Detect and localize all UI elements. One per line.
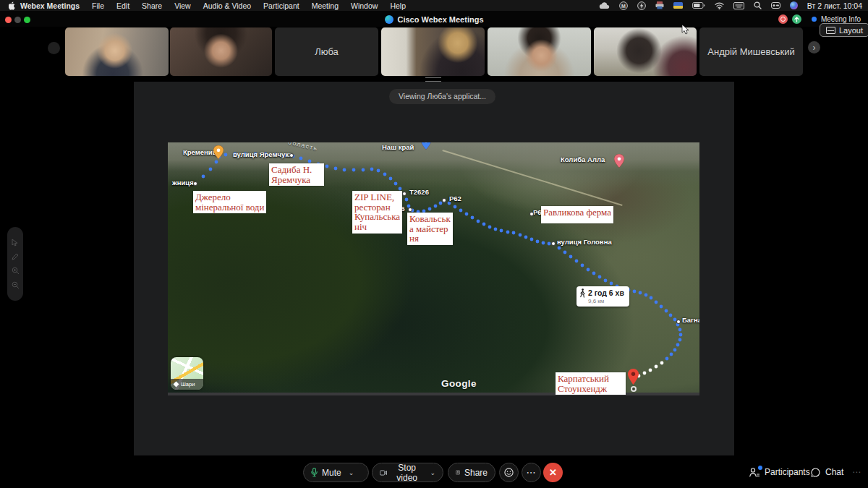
chat-button[interactable]: Chat bbox=[807, 466, 848, 478]
participant-name: Андрій Мишевський bbox=[707, 46, 794, 57]
camera-icon bbox=[380, 469, 387, 476]
map-place-label: Р6 bbox=[533, 208, 542, 216]
walking-eta-box: 2 год 6 хв 9,6 км bbox=[576, 286, 629, 307]
participant-name-tile[interactable]: Андрій Мишевський bbox=[699, 27, 803, 76]
map-annotation-label: КарпатськийСтоунхендж bbox=[556, 372, 626, 395]
filmstrip-next-button[interactable]: › bbox=[808, 41, 820, 53]
reactions-button[interactable] bbox=[499, 463, 519, 482]
microphone-icon bbox=[311, 468, 318, 477]
participant-video-tile[interactable] bbox=[488, 27, 591, 76]
participants-button[interactable]: Participants bbox=[745, 466, 814, 478]
chat-bubble-icon bbox=[811, 468, 820, 477]
map-place-dot bbox=[193, 181, 197, 186]
pointer-tool-icon[interactable] bbox=[12, 239, 19, 247]
google-watermark: Google bbox=[441, 378, 477, 389]
close-icon: ✕ bbox=[549, 468, 557, 477]
map-place-dot bbox=[676, 320, 681, 324]
map-annotation-label: Равликова ферма bbox=[541, 206, 613, 223]
annotation-toolbar bbox=[7, 227, 23, 301]
route-path bbox=[168, 142, 699, 395]
map-place-dot bbox=[402, 192, 407, 196]
participant-name-tile[interactable]: Люба bbox=[275, 27, 378, 76]
map-place-dot bbox=[408, 207, 412, 212]
map-place-dot bbox=[442, 198, 446, 202]
leave-meeting-button[interactable]: ✕ bbox=[543, 463, 563, 482]
mouse-cursor bbox=[681, 24, 690, 35]
screen: Webex MeetingsFileEditShareViewAudio & V… bbox=[0, 0, 868, 488]
map-place-label: вулиця Головна bbox=[557, 238, 612, 246]
map-place-label: Наш край bbox=[382, 143, 414, 151]
share-label: Share bbox=[464, 468, 488, 478]
blue-poi-pin bbox=[421, 142, 431, 153]
stop-video-button[interactable]: Stop video ⌄ bbox=[372, 463, 443, 482]
map-place-dot bbox=[289, 153, 294, 158]
map-place-label: жниця bbox=[172, 179, 194, 187]
participant-name: Люба bbox=[315, 46, 339, 57]
mute-chevron-icon[interactable]: ⌄ bbox=[349, 469, 354, 476]
map-place-label: вулиця Яремчука bbox=[233, 150, 292, 158]
mute-label: Mute bbox=[322, 468, 341, 478]
layers-control[interactable]: Шари bbox=[171, 357, 203, 390]
smiley-icon bbox=[504, 468, 514, 477]
layers-icon bbox=[174, 382, 179, 388]
more-options-button[interactable]: ⋯ bbox=[522, 463, 541, 482]
stop-video-label: Stop video bbox=[391, 463, 422, 483]
map-place-label: Колиба Алла bbox=[561, 155, 605, 163]
food-poi-pin bbox=[213, 145, 224, 162]
more-panels-icon[interactable]: ⋯ bbox=[852, 467, 861, 477]
map-place-label: Багна bbox=[682, 316, 699, 324]
viewing-toast: Viewing Люба's applicat... bbox=[389, 89, 495, 104]
participant-video-tile[interactable] bbox=[381, 27, 485, 76]
share-screen-icon bbox=[456, 468, 460, 476]
participants-notification-dot bbox=[758, 466, 762, 470]
participant-video-tile[interactable] bbox=[170, 27, 272, 76]
map-annotation-label: Ковальська майстерня bbox=[407, 213, 453, 245]
map-place-dot bbox=[529, 212, 534, 216]
participant-video-tile[interactable] bbox=[65, 27, 169, 76]
walking-time: 2 год 6 хв bbox=[588, 288, 624, 297]
zoom-in-icon[interactable] bbox=[12, 267, 20, 275]
share-button[interactable]: Share bbox=[448, 463, 495, 482]
layers-label: Шари bbox=[181, 381, 195, 388]
walking-person-icon bbox=[580, 288, 585, 298]
map-place-dot bbox=[551, 241, 556, 246]
filmstrip: ЛюбаАндрій Мишевський bbox=[0, 0, 868, 83]
zoom-out-icon[interactable] bbox=[12, 281, 20, 289]
map-place-label: Т2626 bbox=[409, 188, 429, 196]
destination-pin bbox=[628, 369, 639, 388]
filmstrip-prev-button[interactable] bbox=[48, 42, 60, 54]
map-place-label: Р62 bbox=[449, 194, 461, 202]
annotate-tool-icon[interactable] bbox=[12, 253, 19, 260]
stop-video-chevron-icon[interactable]: ⌄ bbox=[430, 469, 435, 476]
shared-map: Кременицявулиця ЯремчукажницяНаш крайТ26… bbox=[168, 142, 699, 395]
map-annotation-label: Садиба Н.Яремчука bbox=[269, 163, 324, 186]
map-annotation-label: Джереломінеральної води bbox=[193, 191, 266, 213]
participants-label: Participants bbox=[765, 467, 810, 477]
walking-distance: 9,6 км bbox=[588, 298, 624, 304]
chat-label: Chat bbox=[825, 467, 843, 477]
lodging-poi-pin bbox=[614, 154, 624, 171]
mute-button[interactable]: Mute ⌄ bbox=[303, 463, 369, 482]
map-annotation-label: ZIP LINE,ресторанКупальськаніч bbox=[352, 191, 402, 234]
